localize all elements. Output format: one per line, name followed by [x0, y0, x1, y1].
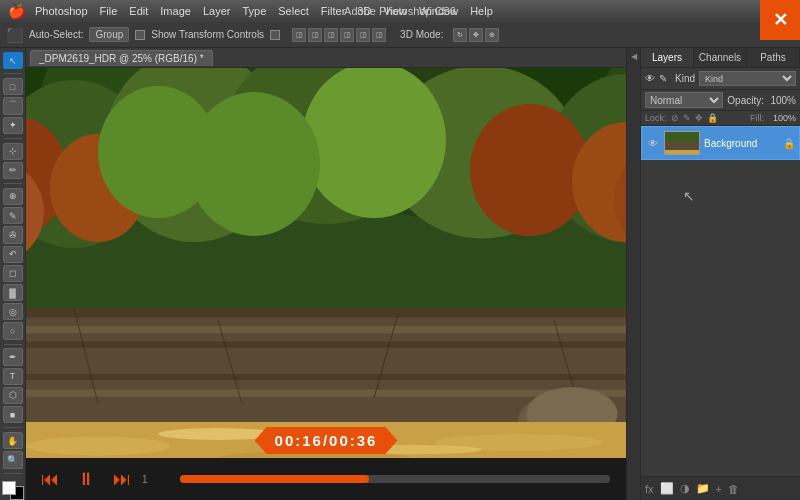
svg-rect-48: [665, 142, 700, 150]
group-button[interactable]: Group: [89, 27, 129, 42]
pause-button[interactable]: ⏸: [70, 463, 102, 495]
image-canvas[interactable]: 00:16/00:36 ⏮ ⏸ ⏭ 1: [26, 68, 626, 500]
new-layer-icon[interactable]: +: [716, 483, 722, 495]
apple-logo[interactable]: 🍎: [8, 3, 25, 19]
eyedropper-tool[interactable]: ✏: [3, 162, 23, 179]
toolbar-separator-1: [4, 73, 22, 74]
align-center-icon[interactable]: ◫: [308, 28, 322, 42]
menu-type[interactable]: Type: [242, 5, 266, 17]
3d-mode-zoom-icon[interactable]: ⊕: [485, 28, 499, 42]
menu-help[interactable]: Help: [470, 5, 493, 17]
auto-select-checkbox[interactable]: [135, 30, 145, 40]
menu-file[interactable]: File: [100, 5, 118, 17]
tab-bar: _DPM2619_HDR @ 25% (RGB/16) *: [26, 48, 626, 68]
tab-layers[interactable]: Layers: [641, 48, 694, 67]
lock-all-icon[interactable]: 🔒: [707, 113, 718, 123]
svg-rect-47: [665, 132, 700, 142]
opacity-label: Opacity:: [727, 95, 764, 106]
menu-image[interactable]: Image: [160, 5, 191, 17]
tab-channels[interactable]: Channels: [694, 48, 747, 67]
collapse-icon[interactable]: ◀: [629, 52, 638, 61]
3d-mode-rotate-icon[interactable]: ↻: [453, 28, 467, 42]
transport-bar: ⏮ ⏸ ⏭ 1: [26, 458, 626, 500]
svg-point-21: [188, 92, 320, 236]
blend-mode-select[interactable]: Normal: [645, 92, 723, 108]
foreground-color-swatch[interactable]: [2, 481, 16, 495]
align-left-icon[interactable]: ◫: [292, 28, 306, 42]
crop-tool[interactable]: ⊹: [3, 143, 23, 160]
filter-kind-select[interactable]: Kind: [699, 71, 796, 86]
eraser-tool[interactable]: ◻: [3, 265, 23, 282]
magic-wand-tool[interactable]: ✦: [3, 117, 23, 134]
menu-layer[interactable]: Layer: [203, 5, 231, 17]
lock-transparent-icon[interactable]: ⊘: [671, 113, 679, 123]
layer-visibility-icon[interactable]: 👁: [646, 136, 660, 150]
blur-tool[interactable]: ◎: [3, 303, 23, 320]
shape-tool[interactable]: ■: [3, 406, 23, 423]
type-tool[interactable]: T: [3, 368, 23, 385]
add-mask-icon[interactable]: ⬜: [660, 482, 674, 495]
toolbar-separator-2: [4, 138, 22, 139]
layer-background[interactable]: 👁 Background 🔒: [641, 126, 800, 160]
auto-select-label: Auto-Select:: [29, 29, 83, 40]
dodge-tool[interactable]: ○: [3, 322, 23, 339]
layers-panel-footer: fx ⬜ ◑ 📁 + 🗑: [641, 476, 800, 500]
lock-image-icon[interactable]: ✎: [683, 113, 691, 123]
pen-tool[interactable]: ✒: [3, 348, 23, 365]
adjustment-layer-icon[interactable]: ◑: [680, 482, 690, 495]
svg-rect-28: [26, 390, 626, 397]
show-transform-checkbox[interactable]: [270, 30, 280, 40]
lasso-tool[interactable]: ⌒: [3, 97, 23, 114]
skip-forward-button[interactable]: ⏭: [106, 463, 138, 495]
layer-name: Background: [704, 138, 779, 149]
skip-back-button[interactable]: ⏮: [34, 463, 66, 495]
move-tool[interactable]: ↖: [3, 52, 23, 69]
align-bottom-icon[interactable]: ◫: [372, 28, 386, 42]
fill-label: Fill:: [750, 113, 764, 123]
menu-edit[interactable]: Edit: [129, 5, 148, 17]
cursor-pointer-icon: ↖: [683, 188, 695, 204]
progress-bar[interactable]: [180, 475, 610, 483]
timecode-wrap: 00:16/00:36: [255, 427, 398, 454]
menu-photoshop[interactable]: Photoshop: [35, 5, 88, 17]
fill-row: Lock: ⊘ ✎ ✥ 🔒 Fill: 100%: [641, 111, 800, 126]
svg-rect-23: [26, 308, 626, 318]
close-icon: ✕: [773, 9, 788, 31]
hand-tool[interactable]: ✋: [3, 432, 23, 449]
layers-empty-area: ↖: [641, 160, 800, 476]
3d-mode-pan-icon[interactable]: ✥: [469, 28, 483, 42]
close-button[interactable]: ✕: [760, 0, 800, 40]
tab-paths[interactable]: Paths: [747, 48, 800, 67]
panel-eye-icon[interactable]: 👁: [645, 73, 655, 84]
healing-brush-tool[interactable]: ⊕: [3, 188, 23, 205]
delete-layer-icon[interactable]: 🗑: [728, 483, 739, 495]
menu-select[interactable]: Select: [278, 5, 309, 17]
align-right-icon[interactable]: ◫: [324, 28, 338, 42]
panel-filter-kind: Kind: [675, 73, 695, 84]
main-area: ↖ □ ⌒ ✦ ⊹ ✏ ⊕ ✎ ✇ ↶ ◻ ▓ ◎ ○ ✒ T ⬡ ■ ✋ 🔍: [0, 48, 800, 500]
marquee-tool[interactable]: □: [3, 78, 23, 95]
zoom-tool[interactable]: 🔍: [3, 451, 23, 468]
brush-tool[interactable]: ✎: [3, 207, 23, 224]
menu-filter[interactable]: Filter: [321, 5, 345, 17]
align-top-icon[interactable]: ◫: [340, 28, 354, 42]
svg-point-20: [302, 68, 446, 218]
add-group-icon[interactable]: 📁: [696, 482, 710, 495]
panel-brush-icon[interactable]: ✎: [659, 73, 667, 84]
path-selection-tool[interactable]: ⬡: [3, 387, 23, 404]
gradient-tool[interactable]: ▓: [3, 284, 23, 301]
align-middle-icon[interactable]: ◫: [356, 28, 370, 42]
svg-point-15: [470, 104, 590, 236]
layer-thumbnail: [664, 131, 700, 155]
fill-value: 100%: [768, 113, 796, 123]
svg-rect-25: [26, 342, 626, 348]
document-tab[interactable]: _DPM2619_HDR @ 25% (RGB/16) *: [30, 50, 213, 66]
layer-fx-icon[interactable]: fx: [645, 483, 654, 495]
title-bar: 🍎 Photoshop File Edit Image Layer Type S…: [0, 0, 800, 22]
progress-fill: [180, 475, 369, 483]
lock-position-icon[interactable]: ✥: [695, 113, 703, 123]
history-brush-tool[interactable]: ↶: [3, 246, 23, 263]
clone-stamp-tool[interactable]: ✇: [3, 226, 23, 243]
toolbar-separator-4: [4, 344, 22, 345]
tool-indicator: ⬛: [6, 27, 23, 43]
